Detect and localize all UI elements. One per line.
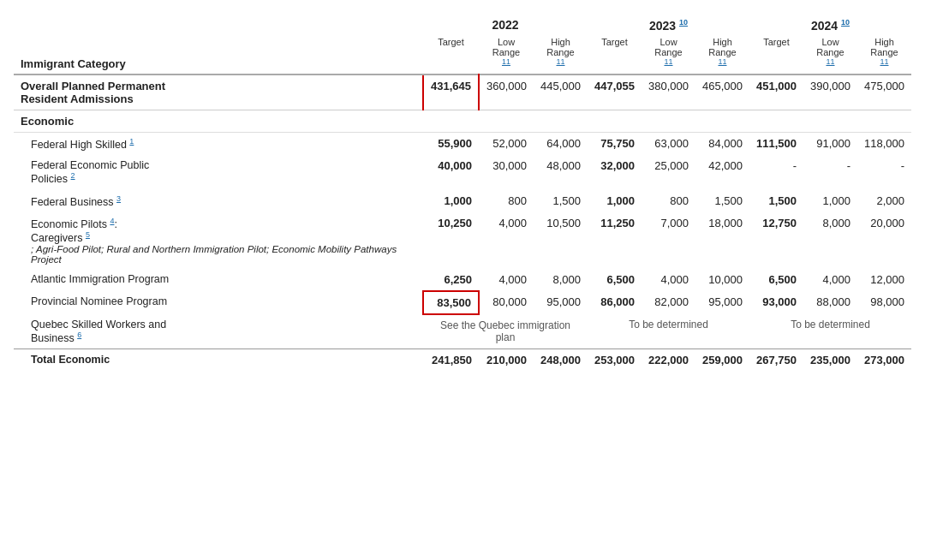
pnp-hr-2024: 98,000 bbox=[857, 291, 911, 314]
note-10-2023[interactable]: 10 bbox=[679, 18, 688, 27]
high-range-2023-header: HighRange11 bbox=[695, 33, 749, 75]
low-range-2024-header: LowRange11 bbox=[803, 33, 857, 75]
note-11-lr-2023[interactable]: 11 bbox=[664, 57, 672, 66]
aip-hr-2024: 12,000 bbox=[857, 269, 911, 291]
ep-target-2022: 10,250 bbox=[423, 212, 479, 269]
row-economic-header: Economic bbox=[14, 110, 911, 133]
row-atlantic-immigration: Atlantic Immigration Program 6,250 4,000… bbox=[14, 269, 911, 291]
note-1[interactable]: 1 bbox=[129, 137, 134, 146]
aip-target-2022: 6,250 bbox=[423, 269, 479, 291]
te-target-2022: 241,850 bbox=[423, 349, 479, 372]
te-lr-2023: 222,000 bbox=[642, 349, 695, 372]
pnp-target-2023: 86,000 bbox=[588, 291, 642, 314]
target-2023-header: Target bbox=[588, 33, 642, 75]
note-2[interactable]: 2 bbox=[71, 171, 75, 180]
immigration-table: Immigrant Category 2022 2023 10 2024 10 … bbox=[14, 14, 911, 371]
qsw-note-2022: See the Quebec immigrationplan bbox=[423, 314, 588, 349]
pnp-target-2022: 83,500 bbox=[423, 291, 479, 314]
fepp-hr-2024: - bbox=[857, 155, 911, 189]
overall-lr-2022: 360,000 bbox=[479, 74, 534, 110]
row-total-economic: Total Economic 241,850 210,000 248,000 2… bbox=[14, 349, 911, 372]
row-federal-business: Federal Business 3 1,000 800 1,500 1,000… bbox=[14, 190, 911, 212]
overall-target-2022: 431,645 bbox=[423, 74, 479, 110]
fhs-lr-2024: 91,000 bbox=[803, 133, 857, 156]
overall-lr-2024: 390,000 bbox=[803, 74, 857, 110]
fb-hr-2024: 2,000 bbox=[857, 190, 911, 212]
qsw-tbd-2023: To be determined bbox=[588, 314, 749, 349]
pnp-lr-2023: 82,000 bbox=[642, 291, 695, 314]
fhs-hr-2023: 84,000 bbox=[695, 133, 749, 156]
aip-lr-2023: 4,000 bbox=[642, 269, 695, 291]
ep-hr-2023: 18,000 bbox=[695, 212, 749, 269]
row-federal-high-skilled: Federal High Skilled 1 55,900 52,000 64,… bbox=[14, 133, 911, 156]
overall-target-2023: 447,055 bbox=[588, 74, 642, 110]
fepp-hr-2022: 48,000 bbox=[534, 155, 588, 189]
fb-hr-2023: 1,500 bbox=[695, 190, 749, 212]
note-11-hr-2022[interactable]: 11 bbox=[556, 57, 564, 66]
te-hr-2024: 273,000 bbox=[857, 349, 911, 372]
te-hr-2023: 259,000 bbox=[695, 349, 749, 372]
aip-hr-2023: 10,000 bbox=[695, 269, 749, 291]
aip-target-2023: 6,500 bbox=[588, 269, 642, 291]
aip-lr-2024: 4,000 bbox=[803, 269, 857, 291]
note-4[interactable]: 4 bbox=[110, 217, 114, 225]
low-range-2022-header: LowRange11 bbox=[479, 33, 534, 75]
ep-target-2024: 12,750 bbox=[749, 212, 803, 269]
note-11-hr-2024[interactable]: 11 bbox=[880, 57, 888, 66]
note-11-lr-2022[interactable]: 11 bbox=[502, 57, 510, 66]
note-5[interactable]: 5 bbox=[86, 230, 90, 239]
fhs-target-2022: 55,900 bbox=[423, 133, 479, 156]
fepp-hr-2023: 42,000 bbox=[695, 155, 749, 189]
fepp-lr-2023: 25,000 bbox=[642, 155, 695, 189]
row-quebec-skilled: Quebec Skilled Workers andBusiness 6 See… bbox=[14, 314, 911, 349]
year-2023-header: 2023 10 bbox=[588, 14, 749, 33]
aip-target-2024: 6,500 bbox=[749, 269, 803, 291]
row-provincial-nominee: Provincial Nominee Program 83,500 80,000… bbox=[14, 291, 911, 314]
fepp-lr-2022: 30,000 bbox=[479, 155, 534, 189]
pnp-label: Provincial Nominee Program bbox=[14, 291, 423, 314]
fb-lr-2024: 1,000 bbox=[803, 190, 857, 212]
col-immigrant-category: Immigrant Category bbox=[14, 14, 423, 74]
year-2022-header: 2022 bbox=[423, 14, 588, 33]
note-11-lr-2024[interactable]: 11 bbox=[826, 57, 834, 66]
ep-target-2023: 11,250 bbox=[588, 212, 642, 269]
year-2024-header: 2024 10 bbox=[749, 14, 911, 33]
note-3[interactable]: 3 bbox=[116, 194, 121, 203]
note-11-hr-2023[interactable]: 11 bbox=[718, 57, 726, 66]
pnp-target-2024: 93,000 bbox=[749, 291, 803, 314]
overall-hr-2024: 475,000 bbox=[857, 74, 911, 110]
qsw-tbd-2024: To be determined bbox=[749, 314, 911, 349]
te-lr-2024: 235,000 bbox=[803, 349, 857, 372]
te-target-2023: 253,000 bbox=[588, 349, 642, 372]
row-federal-economic-public: Federal Economic PublicPolicies 2 40,000… bbox=[14, 155, 911, 189]
note-6[interactable]: 6 bbox=[77, 331, 81, 339]
pnp-lr-2022: 80,000 bbox=[479, 291, 534, 314]
ep-label: Economic Pilots 4: Caregivers 5; Agri-Fo… bbox=[14, 212, 423, 269]
aip-label: Atlantic Immigration Program bbox=[14, 269, 423, 291]
target-2022-header: Target bbox=[423, 33, 479, 75]
high-range-2022-header: HighRange11 bbox=[534, 33, 588, 75]
fepp-lr-2024: - bbox=[803, 155, 857, 189]
ep-lr-2023: 7,000 bbox=[642, 212, 695, 269]
pnp-hr-2023: 95,000 bbox=[695, 291, 749, 314]
row-economic-pilots: Economic Pilots 4: Caregivers 5; Agri-Fo… bbox=[14, 212, 911, 269]
ep-hr-2024: 20,000 bbox=[857, 212, 911, 269]
ep-lr-2022: 4,000 bbox=[479, 212, 534, 269]
te-lr-2022: 210,000 bbox=[479, 349, 534, 372]
te-hr-2022: 248,000 bbox=[534, 349, 588, 372]
federal-high-skilled-label: Federal High Skilled 1 bbox=[14, 133, 423, 156]
fepp-target-2023: 32,000 bbox=[588, 155, 642, 189]
te-target-2024: 267,750 bbox=[749, 349, 803, 372]
fepp-target-2024: - bbox=[749, 155, 803, 189]
pnp-lr-2024: 88,000 bbox=[803, 291, 857, 314]
note-10-2024[interactable]: 10 bbox=[841, 18, 850, 27]
fhs-target-2023: 75,750 bbox=[588, 133, 642, 156]
high-range-2024-header: HighRange11 bbox=[857, 33, 911, 75]
fhs-lr-2023: 63,000 bbox=[642, 133, 695, 156]
overall-hr-2022: 445,000 bbox=[534, 74, 588, 110]
economic-section-label: Economic bbox=[14, 110, 423, 133]
fepp-target-2022: 40,000 bbox=[423, 155, 479, 189]
ep-hr-2022: 10,500 bbox=[534, 212, 588, 269]
overall-target-2024: 451,000 bbox=[749, 74, 803, 110]
aip-hr-2022: 8,000 bbox=[534, 269, 588, 291]
